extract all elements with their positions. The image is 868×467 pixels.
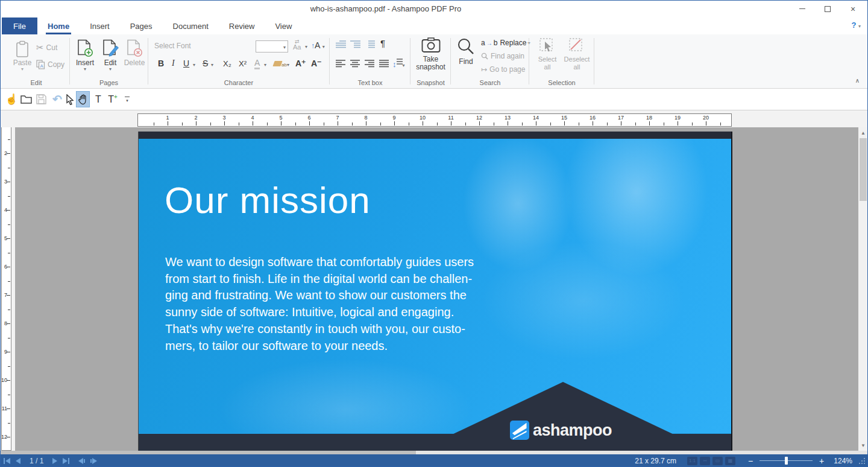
first-page-button[interactable] [4,458,10,464]
resize-grip[interactable] [858,457,865,464]
justify-button[interactable] [379,60,389,68]
font-color-button[interactable]: A [254,59,260,69]
delete-page-button[interactable]: Delete [122,37,147,67]
highlight-button[interactable]: ab [274,60,287,68]
find-again-button[interactable]: Find again [481,52,524,60]
take-snapshot-button[interactable]: Take snapshot [412,37,450,71]
actual-size-button[interactable]: 1:1 [687,457,697,465]
insert-page-button[interactable]: Insert ▾ [72,37,98,72]
paste-button[interactable]: Paste ▾ [10,37,35,72]
group-label-character: Character [149,79,328,86]
indent-all-button[interactable] [365,40,375,48]
next-view-button[interactable] [90,458,97,464]
collapse-ribbon-button[interactable]: ∧ [855,77,860,84]
help-button[interactable]: ? ▾ [851,21,861,30]
line-spacing-button[interactable]: ↕▾ [392,59,405,69]
group-textbox: ¶ ↕▾ Text box [331,34,409,89]
minimize-icon [799,8,805,9]
superscript-button[interactable]: X² [239,59,247,68]
add-text-tool-button[interactable]: T+ [105,91,121,107]
go-to-page-button[interactable]: ↦ Go to page [481,65,525,74]
cut-button[interactable]: ✂Cut [36,42,57,53]
previous-view-button[interactable] [78,458,85,464]
close-button[interactable]: × [840,0,866,17]
open-file-button[interactable] [19,91,33,107]
find-button[interactable]: Find [453,37,479,66]
group-edit: Paste ▾ ✂Cut ACopy Edit [5,34,68,89]
next-page-button[interactable] [52,458,57,464]
ashampoo-logo-icon [510,421,529,440]
page-navigation: 1 / 1 [4,454,97,467]
text-tool-icon: T [95,94,101,105]
last-page-button[interactable] [63,458,69,464]
search-icon [457,37,475,56]
vertical-scrollbar-thumb[interactable] [860,138,867,201]
maximize-icon [825,6,831,12]
pan-tool-button[interactable] [76,91,90,107]
save-button[interactable] [34,91,48,107]
deselect-all-button[interactable]: Deselect all [563,38,591,71]
quick-toolbar: ☝ ↶ T T+ ▾ [0,89,868,110]
text-orientation-button[interactable]: ↑A ▾ [311,40,325,50]
pdf-page[interactable]: Our mission We want to design software t… [138,132,732,451]
indent-hanging-button[interactable] [350,40,360,48]
title-bar: who-is-ashampoo.pdf - Ashampoo PDF Pro × [0,0,868,17]
zoom-in-button[interactable]: + [817,456,826,466]
edit-page-button[interactable]: Edit ▾ [98,37,123,72]
replace-button[interactable]: a→b Replace ▾ [481,39,530,47]
scroll-down-icon[interactable]: ▼ [858,440,868,450]
tab-review[interactable]: Review [219,17,265,34]
character-spacing-button[interactable]: ⇄ Aa [293,39,301,50]
vertical-scrollbar[interactable]: ▲ ▼ [858,127,868,451]
align-center-button[interactable] [350,60,360,68]
italic-button[interactable]: I [172,59,175,68]
tab-file[interactable]: File [2,17,37,34]
previous-page-button[interactable] [16,458,20,464]
click-tool-button[interactable]: ☝ [5,91,18,107]
zoom-slider[interactable] [760,454,813,467]
overflow-icon: ▾ [125,97,130,102]
group-separator [69,38,70,84]
shrink-font-button[interactable]: A⁻ [311,59,322,68]
align-left-button[interactable] [336,60,345,68]
minimize-button[interactable] [790,0,815,17]
fit-page-button[interactable]: ▭ [712,457,723,465]
zoom-out-button[interactable]: − [746,456,755,466]
text-tool-button[interactable]: T [92,91,105,107]
tab-insert[interactable]: Insert [80,17,120,34]
group-separator [410,38,410,84]
fit-width-button[interactable]: ⇿ [700,457,710,465]
group-label-edit: Edit [5,79,68,86]
select-font-label[interactable]: Select Font [154,42,191,50]
folder-icon [20,95,32,104]
copy-button[interactable]: ACopy [36,60,64,69]
deselect-all-icon [569,38,585,54]
toolbar-overflow-button[interactable]: ▾ [122,91,133,107]
slide-footer-band [139,434,731,451]
grow-font-button[interactable]: A⁺ [295,59,306,68]
multi-page-button[interactable]: ▦ [725,457,735,465]
scroll-up-icon[interactable]: ▲ [858,128,868,138]
strikethrough-button[interactable]: S [203,59,208,68]
tab-view[interactable]: View [265,17,302,34]
tab-pages[interactable]: Pages [120,17,163,34]
indent-first-line-button[interactable] [336,40,346,48]
undo-button[interactable]: ↶ [50,91,64,107]
ruler-strip: 1234567891011121314151617181920 [0,110,868,127]
align-right-button[interactable] [365,60,374,68]
group-snapshot: Take snapshot Snapshot [412,34,450,89]
tab-document[interactable]: Document [163,17,219,34]
subscript-button[interactable]: X₂ [223,59,231,68]
select-tool-button[interactable] [63,91,77,107]
font-size-combo[interactable]: ▾ [256,40,288,52]
select-all-button[interactable]: Select all [534,38,561,71]
tab-home[interactable]: Home [37,17,80,34]
bold-button[interactable]: B [158,59,164,68]
underline-button[interactable]: U [183,59,189,68]
undo-icon: ↶ [52,92,62,106]
copy-icon: A [36,60,45,69]
zoom-slider-thumb[interactable] [785,457,788,465]
hand-icon [78,94,88,105]
pilcrow-button[interactable]: ¶ [380,38,385,48]
maximize-button[interactable] [815,0,840,17]
